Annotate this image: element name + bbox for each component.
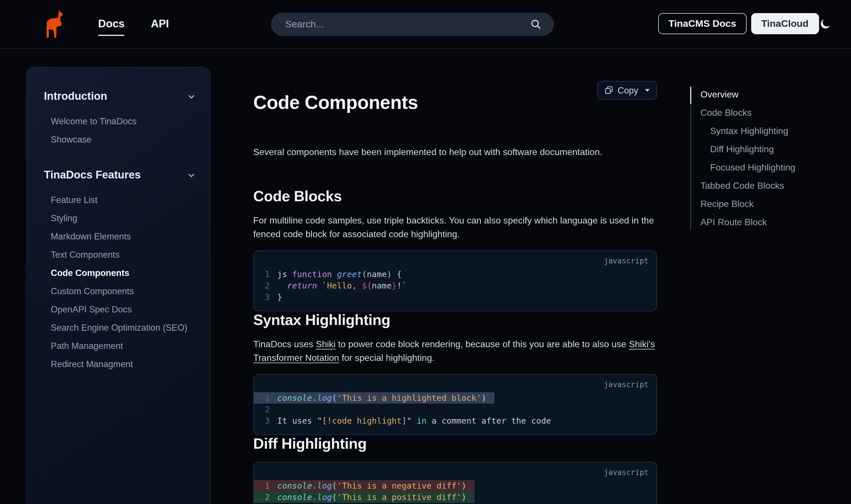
code-text: console.log('This is a positive diff') (277, 491, 466, 503)
section-paragraph: TinaDocs uses Shiki to power code block … (253, 338, 657, 365)
copy-icon (605, 86, 613, 95)
code-line: 1console.log('This is a highlighted bloc… (254, 392, 494, 404)
page: DocsAPI TinaCMS DocsTinaCloud Introducti… (0, 0, 851, 504)
section-diff-highlighting: Diff Highlightingjavascript1console.log(… (253, 435, 657, 504)
navbar: DocsAPI TinaCMS DocsTinaCloud (0, 0, 851, 49)
sidebar: IntroductionWelcome to TinaDocsShowcaseT… (26, 67, 211, 504)
code-block-code-blocks: javascript1js function greet(name) {2 re… (253, 250, 657, 311)
search-input[interactable] (271, 19, 530, 30)
toc-item-recipe-block[interactable]: Recipe Block (701, 195, 838, 213)
code-line: 3 (254, 503, 656, 504)
section-heading-diff-highlighting: Diff Highlighting (253, 435, 657, 453)
code-lang-label: javascript (254, 467, 656, 480)
code-line: 3} (254, 291, 656, 303)
sidebar-item-path-management[interactable]: Path Management (44, 336, 195, 355)
code-block-syntax-highlighting: javascript1console.log('This is a highli… (253, 374, 657, 435)
tinacms-docs-button[interactable]: TinaCMS Docs (658, 13, 746, 34)
toc-item-focused-highlighting[interactable]: Focused Highlighting (701, 159, 838, 177)
code-lang-label: javascript (254, 255, 656, 269)
nav-link-api[interactable]: API (151, 14, 169, 34)
copy-button[interactable]: Copy (597, 81, 657, 100)
doc-sections: Code BlocksFor multiline code samples, u… (253, 187, 657, 504)
table-of-contents: OverviewCode BlocksSyntax HighlightingDi… (690, 86, 838, 232)
line-number: 1 (259, 480, 270, 491)
sidebar-items: Welcome to TinaDocsShowcase (44, 112, 195, 148)
sidebar-section-header-introduction[interactable]: Introduction (44, 90, 195, 103)
code-line: 1js function greet(name) { (254, 269, 656, 280)
code-text: console.log('This is a negative diff') (277, 480, 466, 491)
code-line: 3It uses "[!code highlight]" in a commen… (254, 415, 656, 427)
section-code-blocks: Code BlocksFor multiline code samples, u… (253, 187, 657, 311)
toc-item-api-route-block[interactable]: API Route Block (701, 213, 838, 232)
sidebar-item-markdown-elements[interactable]: Markdown Elements (44, 227, 195, 245)
toc-item-code-blocks[interactable]: Code Blocks (701, 104, 838, 122)
line-number: 1 (259, 392, 270, 404)
main-content: Code Components Copy Several components … (253, 79, 657, 504)
search-icon[interactable] (530, 19, 541, 30)
code-text: It uses "[!code highlight]" in a comment… (277, 415, 551, 427)
sidebar-section-title: TinaDocs Features (44, 169, 141, 181)
code-text: return `Hello, ${name}!` (277, 280, 407, 291)
code-text: } (277, 291, 282, 303)
line-number: 3 (259, 291, 270, 303)
toc-item-overview[interactable]: Overview (701, 86, 838, 104)
code-line: 2 return `Hello, ${name}!` (254, 280, 656, 291)
section-paragraph: For multiline code samples, use triple b… (253, 214, 657, 241)
tina-llama-logo-icon[interactable] (43, 10, 67, 38)
copy-dropdown-caret-icon[interactable] (645, 89, 650, 92)
code-block-diff-highlighting: javascript1console.log('This is a negati… (253, 462, 657, 504)
sidebar-item-search-engine-optimization-seo[interactable]: Search Engine Optimization (SEO) (44, 318, 195, 336)
link-shiki[interactable]: Shiki (316, 339, 335, 349)
line-number: 3 (259, 415, 270, 427)
sidebar-item-welcome-to-tinadocs[interactable]: Welcome to TinaDocs (44, 112, 195, 130)
sidebar-item-openapi-spec-docs[interactable]: OpenAPI Spec Docs (44, 300, 195, 318)
sidebar-item-text-components[interactable]: Text Components (44, 245, 195, 264)
nav-link-docs[interactable]: Docs (98, 14, 125, 34)
sidebar-item-feature-list[interactable]: Feature List (44, 191, 195, 209)
sidebar-section-introduction: IntroductionWelcome to TinaDocsShowcase (44, 90, 195, 148)
title-row: Code Components Copy (253, 79, 657, 127)
copy-button-label: Copy (618, 85, 638, 95)
sidebar-item-redirect-managment[interactable]: Redirect Managment (44, 355, 195, 373)
toc-item-diff-highlighting[interactable]: Diff Highlighting (701, 140, 838, 159)
nav-links: DocsAPI (98, 0, 169, 48)
code-line: 1console.log('This is a negative diff') (254, 480, 475, 491)
code-lang-label: javascript (254, 379, 656, 392)
nav-buttons: TinaCMS DocsTinaCloud (658, 13, 819, 34)
sidebar-item-showcase[interactable]: Showcase (44, 130, 195, 148)
code-text: js function greet(name) { (277, 269, 402, 280)
line-number: 2 (259, 404, 270, 415)
sidebar-section-tinadocs-features: TinaDocs FeaturesFeature ListStylingMark… (44, 169, 195, 373)
sidebar-item-custom-components[interactable]: Custom Components (44, 282, 195, 300)
code-line: 2console.log('This is a positive diff') (254, 491, 475, 503)
dark-mode-toggle[interactable] (819, 18, 832, 30)
toc-items: OverviewCode BlocksSyntax HighlightingDi… (701, 86, 838, 232)
chevron-down-icon[interactable] (188, 93, 195, 100)
sidebar-section-header-tinadocs-features[interactable]: TinaDocs Features (44, 169, 195, 181)
page-title: Code Components (253, 91, 418, 114)
sidebar-items: Feature ListStylingMarkdown ElementsText… (44, 191, 195, 373)
toc-item-syntax-highlighting[interactable]: Syntax Highlighting (701, 122, 838, 140)
toc-rail-active-indicator (690, 87, 691, 104)
code-text: console.log('This is a highlighted block… (277, 392, 486, 404)
chevron-down-icon[interactable] (188, 171, 195, 179)
tinacloud-button[interactable]: TinaCloud (751, 13, 819, 34)
line-number: 2 (259, 280, 270, 291)
sidebar-item-styling[interactable]: Styling (44, 209, 195, 227)
search-bar[interactable] (271, 13, 554, 36)
toc-item-tabbed-code-blocks[interactable]: Tabbed Code Blocks (701, 177, 838, 195)
toc-rail (690, 87, 691, 230)
intro-paragraph: Several components have been implemented… (253, 145, 657, 159)
line-number: 2 (259, 491, 270, 503)
section-syntax-highlighting: Syntax HighlightingTinaDocs uses Shiki t… (253, 311, 657, 435)
line-number: 1 (259, 269, 270, 280)
section-heading-code-blocks: Code Blocks (253, 187, 657, 205)
sidebar-item-code-components[interactable]: Code Components (44, 264, 195, 282)
sidebar-section-title: Introduction (44, 90, 107, 103)
link-shiki-s-transformer-notation[interactable]: Shiki's Transformer Notation (253, 339, 655, 363)
section-heading-syntax-highlighting: Syntax Highlighting (253, 311, 657, 329)
line-number: 3 (259, 503, 270, 504)
code-line: 2 (254, 404, 656, 415)
